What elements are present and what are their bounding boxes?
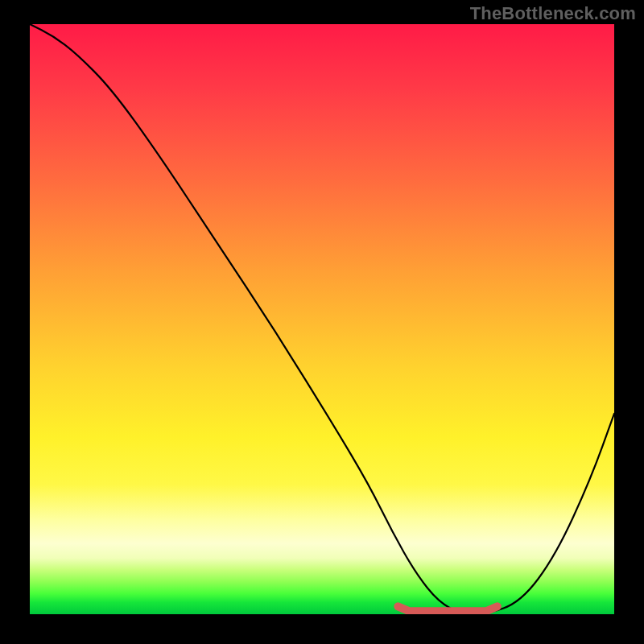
- watermark-text: TheBottleneck.com: [470, 3, 636, 24]
- plot-area: [30, 24, 614, 614]
- bottleneck-curve: [30, 24, 614, 614]
- chart-container: TheBottleneck.com: [0, 0, 644, 644]
- curve-svg: [30, 24, 614, 614]
